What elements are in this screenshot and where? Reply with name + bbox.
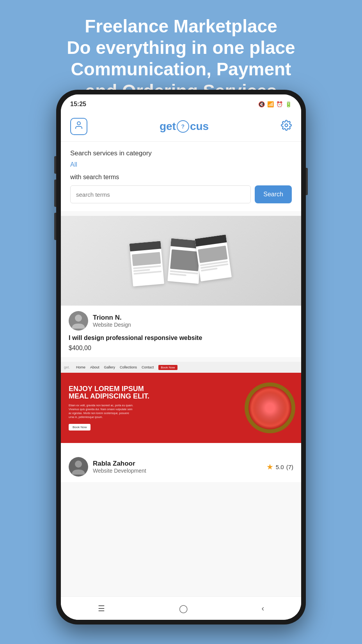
phone-frame: 15:25 🔇 📶 ⏰ 🔋 get ? [56,90,306,624]
card-title-1: I will design professional responsive we… [69,334,293,342]
card-seller-1: Trionn N. Website Design [69,311,293,331]
rating-count: (7) [286,464,293,470]
hero-line1: Freelance Marketplace [85,16,277,36]
home-icon: ◯ [179,604,188,613]
rating: ★ 5.0 (7) [266,462,293,471]
seller-name-1: Trionn N. [93,314,131,322]
logo-symbol: ? [181,123,185,130]
hero-line3: Communication, Payment [71,59,291,79]
card-image-2: get. Home About Gallery Collections Cont… [61,362,301,452]
user-icon [74,121,83,132]
food-texture [254,392,286,423]
profile-button[interactable] [70,118,87,135]
svg-point-0 [77,122,80,125]
card2-seller: Rabla Zahoor Website Development ★ 5.0 (… [61,452,301,482]
battery-icon: 🔋 [285,101,292,107]
logo-circle: ? [177,120,189,133]
nav-back[interactable]: ‹ [261,604,264,613]
search-button[interactable]: Search [255,185,292,203]
screen-content[interactable]: Search services in category All with sea… [61,142,301,616]
status-bar: 15:25 🔇 📶 ⏰ 🔋 [61,94,301,114]
mock2-hero-text: ENJOY LOREM IPSUMMEAL ADIPISCING ELIT. E… [69,385,149,431]
svg-point-5 [75,461,82,468]
bottom-nav: ☰ ◯ ‹ [61,596,301,620]
food-image [245,382,295,433]
volume-up-button [54,180,56,207]
mute-button [54,156,56,174]
status-time: 15:25 [70,101,86,108]
seller-avatar-2 [69,457,88,477]
search-terms-label: with search terms [70,174,292,181]
status-icons: 🔇 📶 ⏰ 🔋 [258,101,292,107]
back-icon: ‹ [261,604,264,613]
power-button [306,168,308,195]
mock-page-3 [195,235,232,281]
search-input[interactable] [70,185,251,203]
star-icon: ★ [266,462,273,471]
card-price-1: $400,00 [69,345,293,352]
seller-name-2: Rabla Zahoor [93,460,146,468]
browser-bar: get. Home About Gallery Collections Cont… [61,362,301,373]
svg-point-1 [285,124,288,126]
bottom-spacer [61,487,301,518]
seller-info-1: Trionn N. Website Design [93,314,131,328]
seller-category-2: Website Development [93,468,146,474]
card-info-1: Trionn N. Website Design I will design p… [61,306,301,357]
search-row: Search [70,185,292,203]
seller-category-1: Website Design [93,322,131,328]
service-card-2[interactable]: get. Home About Gallery Collections Cont… [61,362,301,482]
phone-screen: 15:25 🔇 📶 ⏰ 🔋 get ? [61,94,301,620]
volume-down-button [54,213,56,240]
card2-seller-left: Rabla Zahoor Website Development [69,457,146,477]
service-card-1[interactable]: Trionn N. Website Design I will design p… [61,216,301,357]
menu-icon: ☰ [98,604,105,613]
nav-home[interactable]: ◯ [179,604,188,613]
svg-point-3 [75,315,82,322]
food-inner [248,386,291,429]
mock2-hero-desc: Etiam ex velit, gravida non laoreet ac, … [69,404,149,419]
mock2-hero-title: ENJOY LOREM IPSUMMEAL ADIPISCING ELIT. [69,385,149,401]
mute-icon: 🔇 [258,101,265,107]
rating-value: 5.0 [276,464,284,470]
mock-pages [130,235,233,286]
mock-page-1 [130,241,164,286]
nav-menu[interactable]: ☰ [98,604,105,613]
category-label: Search services in category [70,149,292,157]
seller-info-2: Rabla Zahoor Website Development [93,460,146,474]
settings-button[interactable] [281,120,292,133]
seller-avatar-1 [69,311,88,331]
wifi-icon: 📶 [267,101,274,107]
card-image-1 [61,216,301,306]
search-section: Search services in category All with sea… [61,142,301,211]
alarm-icon: ⏰ [276,101,283,107]
category-all[interactable]: All [70,161,292,168]
logo-suffix: cus [190,120,209,133]
mock2-hero: ENJOY LOREM IPSUMMEAL ADIPISCING ELIT. E… [61,373,301,443]
mock2-book-now-btn: Book Now [69,424,90,431]
hero-line2: Do everything in one place [67,37,295,58]
logo-prefix: get [160,120,176,133]
app-header: get ? cus [61,114,301,142]
app-logo: get ? cus [160,120,209,133]
